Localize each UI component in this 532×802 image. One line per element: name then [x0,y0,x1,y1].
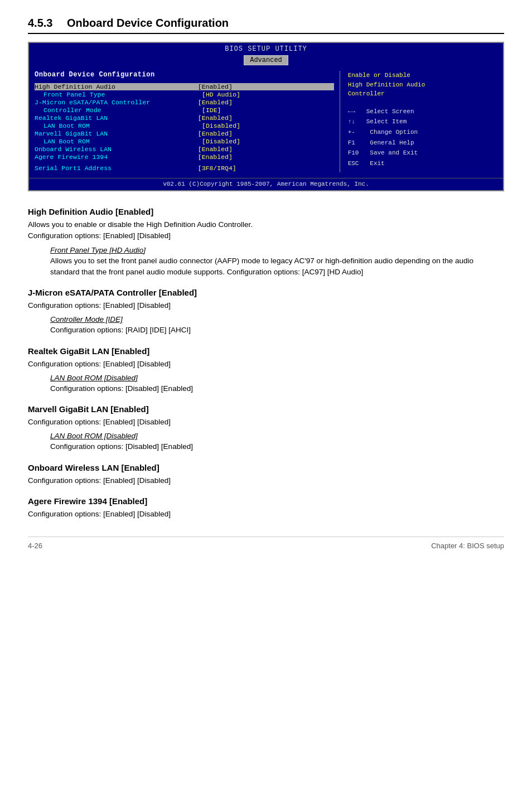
bios-item-label: Onboard Wireless LAN [35,146,198,153]
doc-sub-front-panel: Front Panel Type [HD Audio] Allows you t… [50,246,504,278]
bios-tab-bar: Advanced [29,54,503,66]
doc-heading-marvell-lan: Marvell GigaBit LAN [Enabled] [28,404,504,414]
bios-item-row-marvell-boot-rom[interactable]: LAN Boot ROM [Disabled] [35,138,334,145]
doc-section-hd-audio: High Definition Audio [Enabled] Allows y… [28,207,504,278]
bios-item-label: J-Micron eSATA/PATA Controller [35,99,198,106]
page-footer: 4-26 Chapter 4: BIOS setup [28,537,504,550]
bios-section-title: Onboard Device Configuration [35,71,334,79]
bios-key-item: +- Change Option [348,127,497,138]
bios-key-item: F1 General Help [348,138,497,148]
bios-item-row-wireless-lan[interactable]: Onboard Wireless LAN [Enabled] [35,146,334,153]
doc-sub-marvell-boot-rom: LAN Boot ROM [Disabled] Configuration op… [50,432,504,452]
bios-item-value: [3F8/IRQ4] [198,165,334,172]
doc-sub-desc-realtek-boot-rom: Configuration options: [Disabled] [Enabl… [50,383,504,394]
doc-desc-marvell-lan: Configuration options: [Enabled] [Disabl… [28,417,504,428]
bios-item-value: [Disabled] [202,138,334,145]
doc-sub-title-front-panel: Front Panel Type [HD Audio] [50,246,504,254]
bios-key-item: ↑↓ Select Item [348,117,497,127]
bios-item-label: Realtek GigaBit LAN [35,114,198,122]
bios-item-row-realtek-boot-rom[interactable]: LAN Boot ROM [Disabled] [35,122,334,129]
doc-sub-title-realtek-boot-rom: LAN Boot ROM [Disabled] [50,374,504,382]
doc-sub-desc-front-panel: Allows you to set the front panel audio … [50,255,504,278]
bios-item-value: [Disabled] [202,122,334,129]
bios-item-row-hd-audio[interactable]: High Definition Audio [Enabled] [35,83,334,90]
bios-item-value: [Enabled] [198,114,334,122]
bios-item-value: [Enabled] [198,99,334,106]
bios-item-value: [Enabled] [198,83,334,90]
bios-main: Onboard Device Configuration High Defini… [29,66,503,175]
doc-section-realtek-lan: Realtek GigaBit LAN [Enabled] Configurat… [28,346,504,395]
bios-item-value: [Enabled] [198,146,334,153]
chapter-label: Chapter 4: BIOS setup [431,542,504,550]
doc-sub-realtek-boot-rom: LAN Boot ROM [Disabled] Configuration op… [50,374,504,394]
bios-item-value: [Enabled] [198,130,334,137]
bios-footer: v02.61 (C)Copyright 1985-2007, American … [29,178,503,190]
bios-right-panel: Enable or DisableHigh Definition AudioCo… [340,71,497,172]
section-number: 4.5.3 [28,17,52,29]
section-title: Onboard Device Configuration [67,17,229,29]
bios-item-label: Front Panel Type [35,91,202,98]
doc-sub-title-controller-mode: Controller Mode [IDE] [50,315,504,323]
doc-section-wireless-lan: Onboard Wireless LAN [Enabled] Configura… [28,463,504,486]
doc-desc-firewire: Configuration options: [Enabled] [Disabl… [28,509,504,520]
bios-item-label: Agere Firewire 1394 [35,153,198,161]
bios-item-value: [Enabled] [198,153,334,161]
bios-item-row-front-panel[interactable]: Front Panel Type [HD Audio] [35,91,334,98]
bios-item-row-serial-port[interactable]: Serial Port1 Address [3F8/IRQ4] [35,165,334,172]
doc-sub-desc-marvell-boot-rom: Configuration options: [Disabled] [Enabl… [50,441,504,452]
bios-help-text: Enable or DisableHigh Definition AudioCo… [348,71,497,99]
bios-key-item: ←→ Select Screen [348,107,497,117]
bios-key-item: F10 Save and Exit [348,148,497,158]
bios-item-row-controller-mode[interactable]: Controller Mode [IDE] [35,107,334,114]
bios-item-row-firewire[interactable]: Agere Firewire 1394 [Enabled] [35,153,334,161]
bios-item-row-jmicron[interactable]: J-Micron eSATA/PATA Controller [Enabled] [35,99,334,106]
doc-sub-controller-mode: Controller Mode [IDE] Configuration opti… [50,315,504,336]
doc-heading-firewire: Agere Firewire 1394 [Enabled] [28,496,504,506]
doc-heading-jmicron: J-Micron eSATA/PATA Controller [Enabled] [28,288,504,297]
doc-desc-jmicron: Configuration options: [Enabled] [Disabl… [28,300,504,311]
bios-item-label: Serial Port1 Address [35,165,198,172]
bios-item-label: LAN Boot ROM [35,138,202,145]
section-heading: 4.5.3 Onboard Device Configuration [28,17,504,34]
bios-key-item: ESC Exit [348,158,497,169]
bios-key-list: ←→ Select Screen ↑↓ Select Item +- Chang… [348,107,497,169]
doc-heading-hd-audio: High Definition Audio [Enabled] [28,207,504,216]
doc-sub-title-marvell-boot-rom: LAN Boot ROM [Disabled] [50,432,504,440]
page-number: 4-26 [28,542,42,550]
doc-heading-realtek-lan: Realtek GigaBit LAN [Enabled] [28,346,504,356]
bios-title: BIOS SETUP UTILITY [29,43,503,54]
bios-item-label: High Definition Audio [35,83,198,90]
doc-section-marvell-lan: Marvell GigaBit LAN [Enabled] Configurat… [28,404,504,453]
bios-item-label: Marvell GigaBit LAN [35,130,198,137]
bios-item-label: LAN Boot ROM [35,122,202,129]
bios-item-row-realtek-lan[interactable]: Realtek GigaBit LAN [Enabled] [35,114,334,122]
doc-section-firewire: Agere Firewire 1394 [Enabled] Configurat… [28,496,504,520]
bios-item-row-marvell-lan[interactable]: Marvell GigaBit LAN [Enabled] [35,130,334,137]
bios-left-panel: Onboard Device Configuration High Defini… [35,71,340,172]
doc-desc-hd-audio: Allows you to enable or disable the High… [28,219,504,242]
bios-tab-advanced[interactable]: Advanced [244,55,288,65]
bios-item-label: Controller Mode [35,107,202,114]
bios-item-value: [HD Audio] [202,91,334,98]
doc-desc-realtek-lan: Configuration options: [Enabled] [Disabl… [28,359,504,370]
bios-screen: BIOS SETUP UTILITY Advanced Onboard Devi… [28,42,504,191]
doc-desc-wireless-lan: Configuration options: [Enabled] [Disabl… [28,475,504,486]
bios-item-value: [IDE] [202,107,334,114]
doc-section-jmicron: J-Micron eSATA/PATA Controller [Enabled]… [28,288,504,336]
doc-heading-wireless-lan: Onboard Wireless LAN [Enabled] [28,463,504,472]
doc-sub-desc-controller-mode: Configuration options: [RAID] [IDE] [AHC… [50,325,504,336]
